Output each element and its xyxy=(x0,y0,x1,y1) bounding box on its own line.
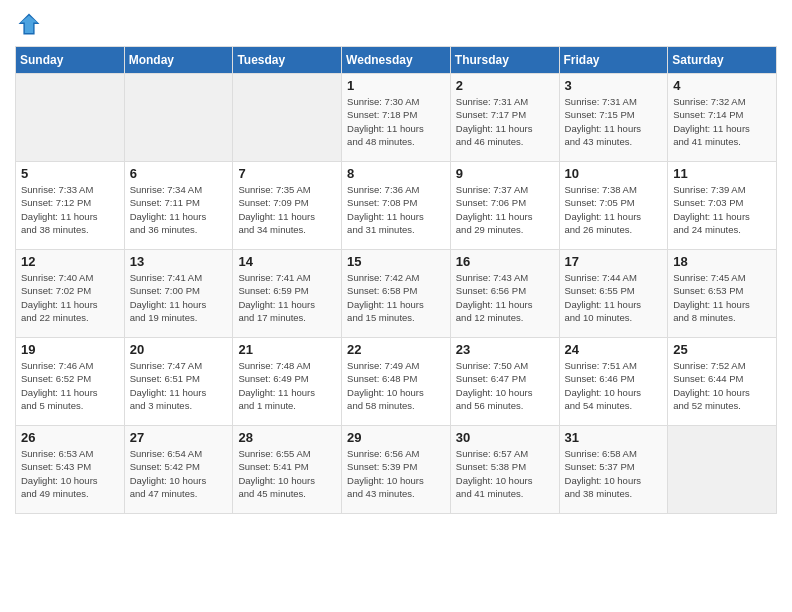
day-info: Sunrise: 7:43 AM Sunset: 6:56 PM Dayligh… xyxy=(456,271,554,324)
day-number: 5 xyxy=(21,166,119,181)
calendar-cell: 2Sunrise: 7:31 AM Sunset: 7:17 PM Daylig… xyxy=(450,74,559,162)
day-header-thursday: Thursday xyxy=(450,47,559,74)
calendar-cell: 24Sunrise: 7:51 AM Sunset: 6:46 PM Dayli… xyxy=(559,338,668,426)
day-info: Sunrise: 7:34 AM Sunset: 7:11 PM Dayligh… xyxy=(130,183,228,236)
calendar-cell: 19Sunrise: 7:46 AM Sunset: 6:52 PM Dayli… xyxy=(16,338,125,426)
day-info: Sunrise: 7:44 AM Sunset: 6:55 PM Dayligh… xyxy=(565,271,663,324)
calendar-cell: 6Sunrise: 7:34 AM Sunset: 7:11 PM Daylig… xyxy=(124,162,233,250)
day-number: 18 xyxy=(673,254,771,269)
day-header-monday: Monday xyxy=(124,47,233,74)
day-info: Sunrise: 7:39 AM Sunset: 7:03 PM Dayligh… xyxy=(673,183,771,236)
day-header-friday: Friday xyxy=(559,47,668,74)
day-info: Sunrise: 7:36 AM Sunset: 7:08 PM Dayligh… xyxy=(347,183,445,236)
day-info: Sunrise: 6:55 AM Sunset: 5:41 PM Dayligh… xyxy=(238,447,336,500)
week-row-2: 5Sunrise: 7:33 AM Sunset: 7:12 PM Daylig… xyxy=(16,162,777,250)
day-info: Sunrise: 7:42 AM Sunset: 6:58 PM Dayligh… xyxy=(347,271,445,324)
day-info: Sunrise: 7:33 AM Sunset: 7:12 PM Dayligh… xyxy=(21,183,119,236)
calendar-cell: 4Sunrise: 7:32 AM Sunset: 7:14 PM Daylig… xyxy=(668,74,777,162)
day-number: 23 xyxy=(456,342,554,357)
logo xyxy=(15,10,47,38)
day-info: Sunrise: 7:41 AM Sunset: 6:59 PM Dayligh… xyxy=(238,271,336,324)
day-number: 12 xyxy=(21,254,119,269)
week-row-4: 19Sunrise: 7:46 AM Sunset: 6:52 PM Dayli… xyxy=(16,338,777,426)
day-info: Sunrise: 7:46 AM Sunset: 6:52 PM Dayligh… xyxy=(21,359,119,412)
calendar-table: SundayMondayTuesdayWednesdayThursdayFrid… xyxy=(15,46,777,514)
day-info: Sunrise: 7:40 AM Sunset: 7:02 PM Dayligh… xyxy=(21,271,119,324)
day-number: 31 xyxy=(565,430,663,445)
calendar-cell: 9Sunrise: 7:37 AM Sunset: 7:06 PM Daylig… xyxy=(450,162,559,250)
calendar-cell: 18Sunrise: 7:45 AM Sunset: 6:53 PM Dayli… xyxy=(668,250,777,338)
day-info: Sunrise: 7:31 AM Sunset: 7:17 PM Dayligh… xyxy=(456,95,554,148)
day-number: 27 xyxy=(130,430,228,445)
day-header-tuesday: Tuesday xyxy=(233,47,342,74)
day-number: 7 xyxy=(238,166,336,181)
calendar-cell xyxy=(668,426,777,514)
calendar-cell: 26Sunrise: 6:53 AM Sunset: 5:43 PM Dayli… xyxy=(16,426,125,514)
day-info: Sunrise: 7:41 AM Sunset: 7:00 PM Dayligh… xyxy=(130,271,228,324)
calendar-cell xyxy=(16,74,125,162)
day-number: 13 xyxy=(130,254,228,269)
day-info: Sunrise: 6:53 AM Sunset: 5:43 PM Dayligh… xyxy=(21,447,119,500)
day-number: 21 xyxy=(238,342,336,357)
calendar-cell xyxy=(233,74,342,162)
day-info: Sunrise: 6:57 AM Sunset: 5:38 PM Dayligh… xyxy=(456,447,554,500)
day-info: Sunrise: 7:35 AM Sunset: 7:09 PM Dayligh… xyxy=(238,183,336,236)
day-number: 19 xyxy=(21,342,119,357)
day-number: 16 xyxy=(456,254,554,269)
day-number: 10 xyxy=(565,166,663,181)
day-number: 8 xyxy=(347,166,445,181)
day-info: Sunrise: 7:37 AM Sunset: 7:06 PM Dayligh… xyxy=(456,183,554,236)
page-header xyxy=(15,10,777,38)
calendar-cell: 21Sunrise: 7:48 AM Sunset: 6:49 PM Dayli… xyxy=(233,338,342,426)
day-number: 22 xyxy=(347,342,445,357)
calendar-cell: 16Sunrise: 7:43 AM Sunset: 6:56 PM Dayli… xyxy=(450,250,559,338)
calendar-cell: 22Sunrise: 7:49 AM Sunset: 6:48 PM Dayli… xyxy=(342,338,451,426)
day-number: 24 xyxy=(565,342,663,357)
day-number: 29 xyxy=(347,430,445,445)
calendar-cell: 31Sunrise: 6:58 AM Sunset: 5:37 PM Dayli… xyxy=(559,426,668,514)
day-info: Sunrise: 7:51 AM Sunset: 6:46 PM Dayligh… xyxy=(565,359,663,412)
calendar-cell: 12Sunrise: 7:40 AM Sunset: 7:02 PM Dayli… xyxy=(16,250,125,338)
day-info: Sunrise: 7:48 AM Sunset: 6:49 PM Dayligh… xyxy=(238,359,336,412)
day-header-wednesday: Wednesday xyxy=(342,47,451,74)
day-header-sunday: Sunday xyxy=(16,47,125,74)
day-info: Sunrise: 7:38 AM Sunset: 7:05 PM Dayligh… xyxy=(565,183,663,236)
day-info: Sunrise: 7:50 AM Sunset: 6:47 PM Dayligh… xyxy=(456,359,554,412)
days-header-row: SundayMondayTuesdayWednesdayThursdayFrid… xyxy=(16,47,777,74)
day-number: 4 xyxy=(673,78,771,93)
day-info: Sunrise: 6:58 AM Sunset: 5:37 PM Dayligh… xyxy=(565,447,663,500)
week-row-3: 12Sunrise: 7:40 AM Sunset: 7:02 PM Dayli… xyxy=(16,250,777,338)
calendar-cell: 20Sunrise: 7:47 AM Sunset: 6:51 PM Dayli… xyxy=(124,338,233,426)
calendar-cell: 30Sunrise: 6:57 AM Sunset: 5:38 PM Dayli… xyxy=(450,426,559,514)
day-number: 6 xyxy=(130,166,228,181)
calendar-cell: 10Sunrise: 7:38 AM Sunset: 7:05 PM Dayli… xyxy=(559,162,668,250)
day-info: Sunrise: 6:56 AM Sunset: 5:39 PM Dayligh… xyxy=(347,447,445,500)
day-number: 14 xyxy=(238,254,336,269)
calendar-cell: 17Sunrise: 7:44 AM Sunset: 6:55 PM Dayli… xyxy=(559,250,668,338)
svg-marker-1 xyxy=(21,16,38,33)
calendar-cell: 27Sunrise: 6:54 AM Sunset: 5:42 PM Dayli… xyxy=(124,426,233,514)
calendar-cell: 1Sunrise: 7:30 AM Sunset: 7:18 PM Daylig… xyxy=(342,74,451,162)
day-number: 2 xyxy=(456,78,554,93)
day-number: 1 xyxy=(347,78,445,93)
calendar-cell: 23Sunrise: 7:50 AM Sunset: 6:47 PM Dayli… xyxy=(450,338,559,426)
day-number: 3 xyxy=(565,78,663,93)
day-info: Sunrise: 7:49 AM Sunset: 6:48 PM Dayligh… xyxy=(347,359,445,412)
calendar-cell: 8Sunrise: 7:36 AM Sunset: 7:08 PM Daylig… xyxy=(342,162,451,250)
calendar-cell: 29Sunrise: 6:56 AM Sunset: 5:39 PM Dayli… xyxy=(342,426,451,514)
day-info: Sunrise: 7:31 AM Sunset: 7:15 PM Dayligh… xyxy=(565,95,663,148)
day-info: Sunrise: 7:30 AM Sunset: 7:18 PM Dayligh… xyxy=(347,95,445,148)
calendar-cell: 11Sunrise: 7:39 AM Sunset: 7:03 PM Dayli… xyxy=(668,162,777,250)
day-number: 30 xyxy=(456,430,554,445)
calendar-cell xyxy=(124,74,233,162)
day-number: 28 xyxy=(238,430,336,445)
day-number: 26 xyxy=(21,430,119,445)
day-number: 11 xyxy=(673,166,771,181)
week-row-5: 26Sunrise: 6:53 AM Sunset: 5:43 PM Dayli… xyxy=(16,426,777,514)
calendar-cell: 3Sunrise: 7:31 AM Sunset: 7:15 PM Daylig… xyxy=(559,74,668,162)
day-header-saturday: Saturday xyxy=(668,47,777,74)
day-info: Sunrise: 7:32 AM Sunset: 7:14 PM Dayligh… xyxy=(673,95,771,148)
day-number: 20 xyxy=(130,342,228,357)
calendar-cell: 5Sunrise: 7:33 AM Sunset: 7:12 PM Daylig… xyxy=(16,162,125,250)
calendar-cell: 15Sunrise: 7:42 AM Sunset: 6:58 PM Dayli… xyxy=(342,250,451,338)
